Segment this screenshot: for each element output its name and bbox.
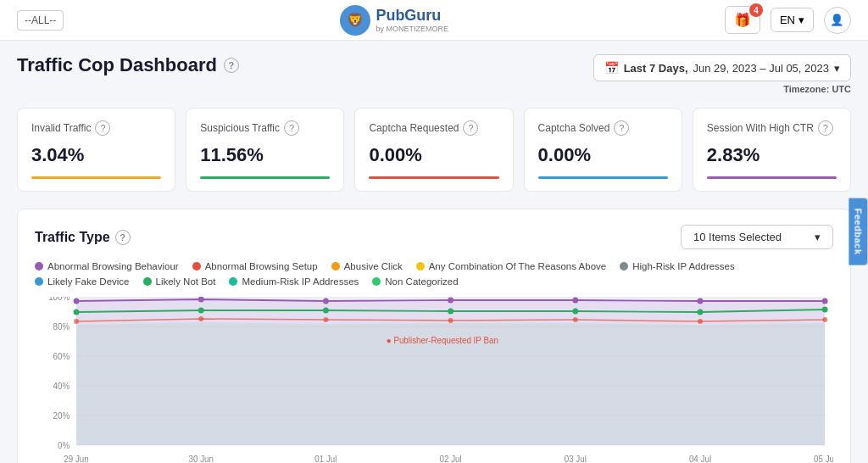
page-title-block: Traffic Cop Dashboard ? — [17, 54, 239, 76]
legend-item-high-risk-ip: High-Risk IP Addresses — [620, 261, 735, 271]
legend-dot — [620, 262, 628, 271]
svg-text:02 Jul: 02 Jul — [440, 455, 462, 463]
svg-text:29 Jun: 29 Jun — [64, 455, 88, 463]
legend-item-likely-fake-device: Likely Fake Device — [35, 276, 130, 287]
dropdown-chevron-icon: ▾ — [815, 231, 821, 243]
legend-item-non-categorized: Non Categorized — [372, 276, 458, 287]
all-dropdown[interactable]: --ALL-- — [17, 10, 64, 31]
stat-card-captcha-requested: Captcha Requested ? 0.00% — [354, 108, 513, 192]
svg-point-19 — [698, 298, 704, 304]
svg-point-16 — [323, 298, 329, 304]
chart-legend: Abnormal Browsing Behaviour Abnormal Bro… — [35, 261, 833, 287]
legend-dot — [192, 262, 201, 271]
date-range-value: Jun 29, 2023 – Jul 05, 2023 — [693, 62, 829, 75]
svg-text:40%: 40% — [53, 382, 70, 391]
feedback-tab[interactable]: Feedback — [849, 198, 868, 265]
logo-name: PubGuru — [376, 7, 448, 25]
stat-value: 2.83% — [707, 144, 837, 166]
svg-point-29 — [198, 316, 203, 321]
header: --ALL-- 🦁 PubGuru by MONETIZEMORE 🎁 4 EN… — [0, 0, 868, 41]
stat-card-session-high-ctr: Session With High CTR ? 2.83% — [693, 108, 851, 192]
svg-text:01 Jul: 01 Jul — [314, 455, 337, 463]
svg-point-31 — [448, 318, 453, 323]
section-help-icon[interactable]: ? — [115, 230, 131, 245]
traffic-type-section: Traffic Type ? 10 Items Selected ▾ Abnor… — [17, 209, 851, 463]
legend-dot — [416, 262, 425, 271]
gift-button[interactable]: 🎁 4 — [725, 6, 760, 34]
legend-dot — [35, 262, 43, 271]
header-logo: 🦁 PubGuru by MONETIZEMORE — [340, 5, 448, 36]
user-avatar-button[interactable]: 👤 — [824, 7, 851, 34]
stat-title: Invalid Traffic ? — [31, 120, 161, 136]
logo-sub: by MONETIZEMORE — [376, 25, 448, 33]
header-right: 🎁 4 EN ▾ 👤 — [725, 6, 851, 34]
title-help-icon[interactable]: ? — [224, 58, 239, 73]
legend-label: Likely Fake Device — [47, 276, 130, 287]
svg-point-22 — [198, 308, 204, 314]
svg-text:03 Jul: 03 Jul — [565, 455, 587, 463]
user-icon: 👤 — [830, 14, 844, 26]
stat-bar — [707, 176, 837, 179]
stat-help-icon[interactable]: ? — [614, 120, 629, 136]
svg-point-25 — [572, 309, 578, 315]
svg-point-33 — [698, 319, 703, 324]
svg-point-23 — [323, 308, 329, 314]
legend-dot — [35, 277, 43, 286]
section-header: Traffic Type ? 10 Items Selected ▾ — [35, 225, 833, 249]
stat-help-icon[interactable]: ? — [463, 120, 478, 136]
date-range-block: 📅 Last 7 Days, Jun 29, 2023 – Jul 05, 20… — [593, 54, 851, 94]
stat-title: Suspicious Traffic ? — [200, 120, 330, 136]
date-chevron-icon: ▾ — [834, 62, 840, 75]
stat-help-icon[interactable]: ? — [95, 120, 110, 136]
legend-item-likely-not-bot: Likely Not Bot — [143, 276, 216, 287]
stat-value: 3.04% — [31, 144, 161, 166]
svg-text:100%: 100% — [48, 297, 70, 302]
svg-text:30 Jun: 30 Jun — [189, 455, 214, 463]
stat-value: 0.00% — [369, 144, 498, 166]
legend-label: Abnormal Browsing Behaviour — [47, 261, 179, 271]
stat-title: Session With High CTR ? — [707, 120, 837, 136]
svg-text:● Publisher-Requested IP Ban: ● Publisher-Requested IP Ban — [387, 336, 498, 345]
legend-label: Medium-Risk IP Addresses — [242, 276, 359, 287]
svg-text:80%: 80% — [53, 322, 70, 332]
svg-point-17 — [448, 298, 453, 304]
svg-point-34 — [822, 317, 827, 322]
legend-item-abnormal-browsing-setup: Abnormal Browsing Setup — [192, 261, 318, 271]
legend-label: High-Risk IP Addresses — [632, 261, 735, 271]
stat-value: 11.56% — [200, 144, 330, 166]
language-label: EN — [780, 14, 795, 26]
notification-badge: 4 — [749, 3, 763, 17]
legend-dot — [143, 277, 152, 286]
chart-svg: 100% 80% 60% 40% 20% 0% — [35, 297, 833, 463]
stat-help-icon[interactable]: ? — [818, 120, 833, 136]
date-range-button[interactable]: 📅 Last 7 Days, Jun 29, 2023 – Jul 05, 20… — [593, 54, 851, 81]
main-content: Traffic Cop Dashboard ? 📅 Last 7 Days, J… — [0, 41, 868, 463]
svg-point-24 — [448, 309, 453, 315]
svg-point-30 — [323, 317, 328, 322]
date-label: Last 7 Days, — [624, 62, 688, 75]
legend-label: Non Categorized — [385, 276, 458, 287]
stat-help-icon[interactable]: ? — [284, 120, 299, 136]
legend-label: Likely Not Bot — [156, 276, 216, 287]
stat-bar — [369, 176, 498, 179]
svg-text:0%: 0% — [58, 441, 70, 450]
timezone-value: UTC — [832, 84, 851, 94]
page-title: Traffic Cop Dashboard — [17, 54, 217, 76]
logo-icon: 🦁 — [340, 5, 370, 36]
stat-bar — [31, 176, 161, 179]
legend-item-any-combination: Any Combination Of The Reasons Above — [416, 261, 606, 271]
legend-item-medium-risk-ip: Medium-Risk IP Addresses — [229, 276, 359, 287]
stat-card-invalid-traffic: Invalid Traffic ? 3.04% — [17, 108, 175, 192]
items-selected-dropdown[interactable]: 10 Items Selected ▾ — [681, 225, 833, 249]
language-button[interactable]: EN ▾ — [771, 8, 814, 32]
legend-dot — [331, 262, 340, 271]
svg-point-28 — [74, 319, 79, 324]
timezone-text: Timezone: UTC — [783, 84, 851, 94]
svg-text:60%: 60% — [53, 352, 70, 361]
legend-dot — [372, 277, 381, 286]
legend-item-abnormal-browsing-behaviour: Abnormal Browsing Behaviour — [35, 261, 179, 271]
legend-item-abusive-click: Abusive Click — [331, 261, 403, 271]
items-selected-label: 10 Items Selected — [693, 231, 782, 243]
calendar-icon: 📅 — [604, 61, 619, 75]
legend-label: Abnormal Browsing Setup — [205, 261, 318, 271]
